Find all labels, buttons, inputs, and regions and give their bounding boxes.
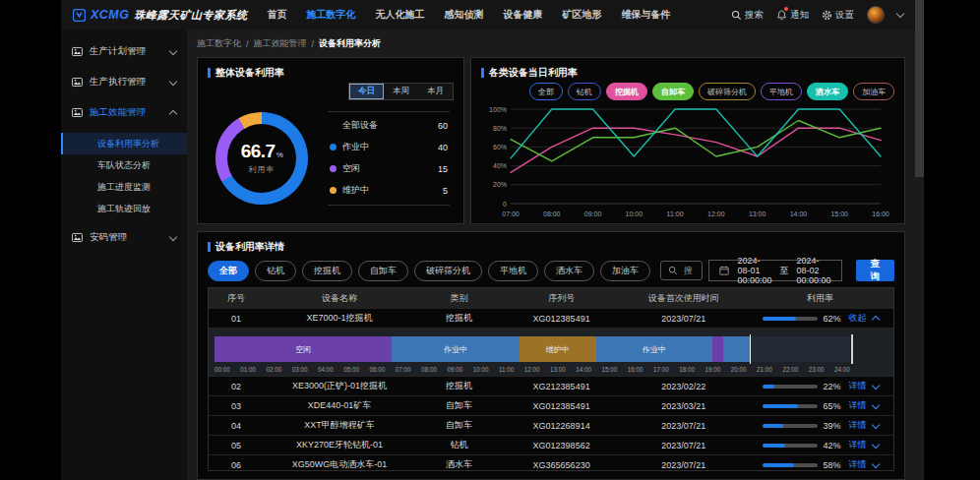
nav-action-bell[interactable]: 通知 (776, 9, 809, 22)
breadcrumb: 施工数字化/施工效能管理/设备利用率分析 (197, 37, 905, 50)
cell-category: 自卸车 (415, 419, 503, 432)
nav-action-gear[interactable]: 设置 (822, 9, 854, 22)
sidebar-group-2[interactable]: 生产执行管理 (61, 72, 187, 92)
chevron-down-icon[interactable] (871, 420, 879, 428)
screen: XCMG 珠峰露天矿山专家系统 首页施工数字化无人化施工感知侦测设备健康矿区地形… (0, 0, 980, 480)
nav-item-5[interactable]: 设备健康 (504, 8, 543, 22)
equipment-status-timeline: 空闲作业中维护中作业中00:0001:0002:0003:0004:0005:0… (209, 328, 893, 376)
nav-action-label: 搜索 (745, 9, 764, 22)
legend-row-1: 全部设备60 (330, 115, 448, 137)
chevron-down-icon[interactable] (871, 381, 879, 389)
brand[interactable]: XCMG 珠峰露天矿山专家系统 (73, 8, 248, 23)
series-pill-6[interactable]: 平地机 (761, 83, 802, 100)
donut-label: 利用率 (249, 164, 276, 175)
period-tab-2[interactable]: 本周 (384, 84, 418, 99)
sidebar-subitem-3[interactable]: 施工进度监测 (61, 176, 187, 198)
filter-pill-8[interactable]: 加油车 (600, 261, 650, 281)
sidebar-subitem-1[interactable]: 设备利用率分析 (61, 133, 187, 154)
series-pill-2[interactable]: 钻机 (568, 83, 601, 100)
nav-action-search[interactable]: 搜索 (731, 9, 764, 22)
filter-pill-7[interactable]: 洒水车 (544, 261, 594, 281)
nav-item-6[interactable]: 矿区地形 (563, 8, 602, 22)
filter-pill-5[interactable]: 破碎筛分机 (414, 261, 482, 281)
chevron-down-icon[interactable] (871, 459, 879, 467)
cell-index: 05 (209, 441, 264, 450)
status-segment-1: 空闲 (214, 336, 392, 362)
filter-pill-4[interactable]: 自卸车 (358, 261, 408, 281)
date-range-picker[interactable]: 2024-08-01 00:00:00 至 2024-08-02 00:00:0… (708, 260, 841, 281)
sidebar-group-4[interactable]: 安码管理 (61, 227, 187, 248)
sidebar-group-label: 生产执行管理 (90, 76, 146, 89)
brand-title: 珠峰露天矿山专家系统 (135, 8, 248, 23)
cell-first-use-date: 2023/02/22 (620, 382, 747, 391)
sidebar-subitem-2[interactable]: 车队状态分析 (61, 154, 187, 176)
breadcrumb-item-3[interactable]: 设备利用率分析 (319, 37, 381, 50)
period-tab-1[interactable]: 今日 (349, 84, 384, 99)
sidebar-group-label: 安码管理 (90, 231, 127, 244)
row-detail-link[interactable]: 详情 (849, 458, 867, 471)
filter-pill-6[interactable]: 平地机 (488, 261, 538, 281)
timeline-cursor[interactable] (750, 334, 752, 364)
filter-pill-1[interactable]: 全部 (208, 261, 249, 281)
query-button[interactable]: 查询 (856, 260, 895, 281)
page-scrollbar-thumb[interactable] (915, 0, 924, 177)
page-scrollbar[interactable] (915, 0, 924, 480)
search-icon (668, 266, 678, 275)
table-header-row: 序号设备名称类别序列号设备首次使用时间利用率 (209, 288, 893, 308)
status-segment-3: 维护中 (520, 336, 596, 362)
nav-item-3[interactable]: 无人化施工 (376, 8, 425, 22)
series-pill-7[interactable]: 洒水车 (807, 83, 848, 100)
row-detail-link[interactable]: 详情 (849, 439, 867, 451)
series-pill-3[interactable]: 挖掘机 (606, 83, 647, 100)
chevron-down-icon[interactable] (871, 400, 879, 408)
cell-index: 01 (209, 314, 264, 324)
date-end: 2024-08-02 00:00:00 (796, 256, 830, 285)
svg-text:40%: 40% (493, 162, 507, 169)
period-tabs: 今日本周本月 (348, 83, 454, 100)
search-input[interactable] (682, 265, 695, 276)
cell-index: 03 (209, 401, 264, 411)
nav-item-4[interactable]: 感知侦测 (445, 8, 484, 22)
cell-category: 洒水车 (415, 458, 503, 471)
nav-item-7[interactable]: 维保与备件 (622, 8, 671, 22)
svg-text:10:00: 10:00 (626, 210, 643, 217)
table-row-06: 06XG50WG电动洒水车-01洒水车XG3656562302023/07/21… (209, 454, 893, 471)
search-box[interactable] (660, 261, 703, 280)
inner-scrollbar[interactable] (851, 334, 853, 364)
series-pill-8[interactable]: 加油车 (853, 83, 894, 100)
nav-item-2[interactable]: 施工数字化 (307, 8, 356, 22)
cell-utilization: 62%收起 (747, 312, 893, 325)
donut-center: 66.7 % 利用率 (215, 112, 308, 205)
status-segment-6 (723, 336, 750, 362)
period-tab-3[interactable]: 本月 (418, 84, 453, 99)
breadcrumb-item-2[interactable]: 施工效能管理 (254, 37, 307, 50)
sidebar-group-1[interactable]: 生产计划管理 (61, 41, 187, 62)
chevron-down-icon[interactable] (896, 10, 904, 18)
row-detail-link[interactable]: 详情 (849, 419, 867, 432)
cell-utilization: 42%详情 (747, 439, 893, 451)
chevron-up-icon[interactable] (871, 315, 879, 323)
cell-equipment-name: XXT甲醇增程矿车 (264, 419, 415, 432)
series-pill-1[interactable]: 全部 (529, 83, 563, 100)
svg-text:12:00: 12:00 (707, 210, 725, 217)
chevron-down-icon[interactable] (871, 440, 879, 448)
cell-equipment-name: XKY270E牙轮钻机-01 (264, 439, 415, 451)
series-pill-5[interactable]: 破碎筛分机 (699, 83, 756, 100)
filter-pill-3[interactable]: 挖掘机 (302, 261, 352, 281)
row-detail-link[interactable]: 详情 (849, 380, 867, 392)
column-header-1: 序号 (209, 292, 264, 305)
status-timeline-bar: 空闲作业中维护中作业中 (214, 336, 850, 362)
series-pill-4[interactable]: 自卸车 (652, 83, 694, 100)
sidebar-subitem-4[interactable]: 施工轨迹回放 (61, 198, 187, 219)
nav-item-1[interactable]: 首页 (268, 8, 287, 22)
notification-badge (784, 7, 788, 11)
axis-tick-23: 22:00 (782, 366, 798, 373)
breadcrumb-item-1[interactable]: 施工数字化 (197, 37, 241, 50)
donut-value-unit: % (276, 150, 283, 159)
sidebar-group-3[interactable]: 施工效能管理 (61, 102, 187, 123)
filter-pill-2[interactable]: 钻机 (255, 261, 296, 281)
cell-equipment-name: XE7000-1挖掘机 (264, 312, 415, 325)
user-avatar[interactable] (867, 6, 885, 24)
row-detail-link[interactable]: 详情 (849, 399, 867, 412)
row-collapse-link[interactable]: 收起 (849, 312, 867, 325)
